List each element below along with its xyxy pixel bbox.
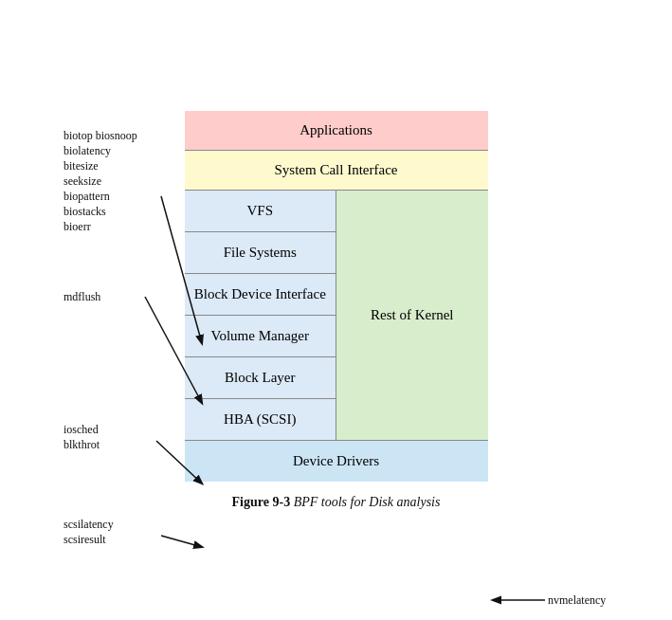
annot-nvmelatency: nvmelatency: [548, 593, 606, 607]
layer-block-device-interface: Block Device Interface: [185, 274, 336, 316]
device-drivers-label: Device Drivers: [293, 453, 379, 468]
file-systems-label: File Systems: [224, 245, 297, 260]
vfs-label: VFS: [246, 203, 273, 218]
annot-biostacks: biostacks: [64, 205, 106, 218]
syscall-label: System Call Interface: [275, 162, 398, 177]
annot-bioerr: bioerr: [64, 220, 91, 233]
page-container: biotop biosnoop biolatency bitesize seek…: [0, 92, 672, 529]
applications-label: Applications: [300, 122, 372, 137]
block-device-interface-label: Block Device Interface: [194, 286, 326, 301]
annot-biopattern: biopattern: [64, 190, 110, 203]
layer-device-drivers: Device Drivers: [185, 441, 488, 482]
annot-biotop: biotop biosnoop: [64, 129, 137, 142]
annot-scsiresult: scsiresult: [64, 533, 106, 546]
layer-vfs: VFS: [185, 191, 336, 232]
layer-syscall: System Call Interface: [185, 151, 488, 191]
annot-bitesize: bitesize: [64, 159, 99, 173]
annot-biolatency: biolatency: [64, 144, 111, 157]
main-diagram: Applications System Call Interface VFS F…: [185, 111, 488, 482]
middle-row: VFS File Systems Block Device Interface …: [185, 191, 488, 441]
hba-label: HBA (SCSI): [224, 411, 296, 427]
annot-blkthrot: blkthrot: [64, 438, 100, 451]
left-col: VFS File Systems Block Device Interface …: [185, 191, 337, 440]
arrow-scsi: [161, 536, 202, 547]
volume-manager-label: Volume Manager: [211, 328, 309, 343]
layer-hba: HBA (SCSI): [185, 399, 336, 440]
layer-rest-of-kernel: Rest of Kernel: [336, 191, 488, 440]
block-layer-label: Block Layer: [225, 370, 296, 385]
layer-file-systems: File Systems: [185, 232, 336, 274]
annot-scsilatency: scsilatency: [64, 518, 114, 531]
annot-iosched: iosched: [64, 423, 99, 436]
layer-block-layer: Block Layer: [185, 357, 336, 399]
caption-text: BPF tools for Disk analysis: [294, 495, 441, 509]
annot-mdflush: mdflush: [64, 290, 100, 303]
layer-applications: Applications: [185, 111, 488, 151]
diagram-wrapper: biotop biosnoop biolatency bitesize seek…: [9, 111, 663, 510]
layer-volume-manager: Volume Manager: [185, 316, 336, 357]
figure-caption: Figure 9-3 BPF tools for Disk analysis: [232, 495, 441, 510]
annot-seeksize: seeksize: [64, 174, 101, 188]
rest-of-kernel-label: Rest of Kernel: [371, 307, 453, 323]
caption-prefix: Figure 9-3: [232, 495, 294, 509]
